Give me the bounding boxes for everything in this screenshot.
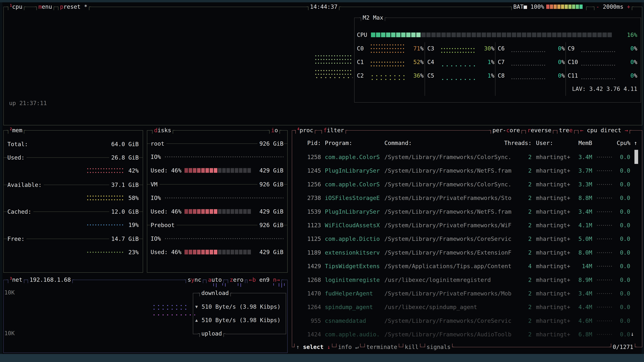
- disk-used-label: Used: 46%: [150, 164, 182, 177]
- proc-footer-signals[interactable]: signals: [423, 344, 454, 350]
- proc-scrollbar-thumb[interactable]: [634, 150, 638, 164]
- mem-stat-graph: [86, 223, 124, 227]
- cpu-meter-block: [592, 32, 597, 37]
- process-row[interactable]: 1258com.apple.ColorS/System/Library/Fram…: [295, 150, 630, 164]
- process-row[interactable]: 1123WiFiCloudAssetsX/System/Library/Priv…: [295, 219, 630, 232]
- net-prev-button[interactable]: ←b: [249, 276, 256, 283]
- core-usage-graph: [511, 64, 546, 66]
- process-row[interactable]: 955csnameddatad/System/Library/Framework…: [295, 314, 630, 328]
- process-row[interactable]: 1245PlugInLibrarySer/System/Library/Fram…: [295, 164, 630, 177]
- process-row[interactable]: 1470fudHelperAgent/System/Library/Privat…: [295, 287, 630, 300]
- cpu-meter-block: [406, 32, 410, 37]
- proc-footer-info[interactable]: info ↵: [334, 344, 362, 350]
- core-percent: 36%: [414, 69, 424, 82]
- process-row[interactable]: 1256com.apple.ColorS/System/Library/Fram…: [295, 178, 630, 191]
- cpu-core-c1: C152%: [357, 55, 424, 69]
- disk-io-label: IO%: [150, 232, 161, 245]
- select-down-arrow[interactable]: ↓: [327, 344, 330, 350]
- cpu-total-percent: 16%: [619, 28, 637, 41]
- cpu-meter-block: [482, 32, 486, 37]
- cpu-history-graph-lower: [314, 69, 353, 76]
- proc-percore-toggle[interactable]: per-core: [489, 127, 524, 134]
- col-header-threads: Threads:: [502, 136, 532, 150]
- preset-button[interactable]: preset *: [56, 3, 91, 10]
- process-row[interactable]: 1268loginitemregiste/usr/libexec/loginit…: [295, 273, 630, 287]
- net-zero-toggle[interactable]: zero: [226, 276, 247, 283]
- disks-box-tab[interactable]: disks: [150, 127, 174, 134]
- battery-block: [568, 4, 572, 9]
- proc-box-tab[interactable]: 4proc: [294, 127, 317, 134]
- core-usage-graph: [370, 43, 406, 54]
- sort-next-arrow[interactable]: →: [625, 127, 628, 134]
- cpu-meter-block: [466, 32, 471, 37]
- process-row[interactable]: 1189extensionkitserv/System/Library/Fram…: [295, 246, 630, 259]
- disk-used-label: Used: 46%: [150, 205, 182, 218]
- sort-prev-arrow[interactable]: ←: [580, 127, 583, 134]
- core-label: C5: [427, 69, 434, 82]
- core-column-divider: [425, 42, 425, 96]
- cpu-core-c6: C60%: [498, 42, 565, 55]
- cpu-meter-block: [472, 32, 476, 37]
- process-row[interactable]: 1429TipsWidgetExtens/System/Applications…: [295, 259, 630, 273]
- cpu-meter-block: [411, 32, 416, 37]
- cpu-meter-block: [587, 32, 592, 37]
- core-label: C7: [498, 55, 505, 69]
- process-row[interactable]: 1424com.apple.audio./System/Library/Fram…: [295, 328, 630, 341]
- sort-column-name: cpu direct: [584, 127, 625, 134]
- net-graph-dots-purple: [152, 304, 188, 311]
- net-scale-top: 10K: [4, 286, 14, 299]
- refresh-minus-button[interactable]: -: [596, 3, 599, 10]
- process-row[interactable]: 1125com.apple.Dictio/System/Library/Fram…: [295, 232, 630, 246]
- cpu-meter-block: [608, 32, 612, 37]
- battery-block: [557, 4, 560, 9]
- core-label: C4: [427, 55, 434, 69]
- proc-tree-toggle[interactable]: tree: [556, 127, 576, 134]
- mem-box-tab[interactable]: 2mem: [6, 127, 26, 134]
- net-sync-toggle[interactable]: sync: [184, 276, 205, 283]
- core-label: C0: [357, 42, 364, 55]
- select-up-arrow[interactable]: ↑: [296, 344, 299, 350]
- core-label: C10: [568, 55, 578, 69]
- cpu-meter-block: [381, 32, 386, 37]
- menu-button[interactable]: menu: [35, 3, 56, 10]
- proc-select-control[interactable]: ↑ select ↓: [293, 344, 334, 350]
- refresh-plus-button[interactable]: +: [627, 3, 630, 10]
- proc-reverse-toggle[interactable]: reverse: [524, 127, 555, 134]
- process-row[interactable]: 2738iOSFilesStorageE/System/Library/Priv…: [295, 191, 630, 205]
- col-header-cpu-sort[interactable]: Cpu% ↑: [606, 136, 637, 150]
- proc-filter-button[interactable]: filter: [320, 127, 348, 134]
- disk-size: 926 GiB: [242, 137, 284, 150]
- cpu-meter-block: [452, 32, 456, 37]
- cpu-core-c3: C330%: [427, 42, 494, 55]
- load-average: LAV: 3.42 3.76 4.11: [570, 82, 637, 95]
- col-header-program: Program:: [325, 136, 352, 150]
- io-toggle-tab[interactable]: io: [268, 127, 282, 134]
- net-next-button[interactable]: n→: [273, 276, 280, 283]
- net-auto-toggle[interactable]: auto: [204, 276, 225, 283]
- disk-io-label: IO%: [150, 191, 161, 205]
- cpu-history-graph-upper: [314, 54, 353, 65]
- net-interface-switcher: ←b en9 n→: [246, 276, 283, 283]
- cpu-core-c2: C236%: [357, 69, 424, 82]
- col-header-memb: MemB: [572, 136, 592, 150]
- process-row[interactable]: 1264spindump_agent/usr/libexec/spindump_…: [295, 300, 630, 314]
- download-speed: 510 Byte/s (3.98 Kibps): [202, 300, 280, 313]
- core-percent: 1%: [488, 55, 494, 69]
- cpu-core-c0: C071%: [357, 42, 424, 55]
- refresh-rate-control: - 2000ms +: [592, 3, 634, 10]
- proc-footer-kill[interactable]: kill: [401, 344, 422, 350]
- proc-footer-terminate[interactable]: terminate: [363, 344, 401, 350]
- uptime-label: up 21:37:11: [9, 96, 47, 110]
- cpu-meter-block: [421, 32, 426, 37]
- net-box-tab[interactable]: 3net: [6, 276, 26, 283]
- desktop-taskbar-strip: [0, 354, 644, 362]
- cpu-box-tab[interactable]: 1cpu: [6, 3, 26, 10]
- battery-block: [572, 4, 575, 9]
- disk-size: 926 GiB: [242, 218, 284, 232]
- battery-block: [565, 4, 568, 9]
- mem-total-value: 64.0 GiB: [88, 137, 139, 151]
- net-graph-tick: [213, 283, 214, 286]
- mem-stat-label: Free:: [8, 232, 26, 246]
- process-row[interactable]: 1539PlugInLibrarySer/System/Library/Fram…: [295, 205, 630, 219]
- core-usage-graph: [370, 74, 406, 81]
